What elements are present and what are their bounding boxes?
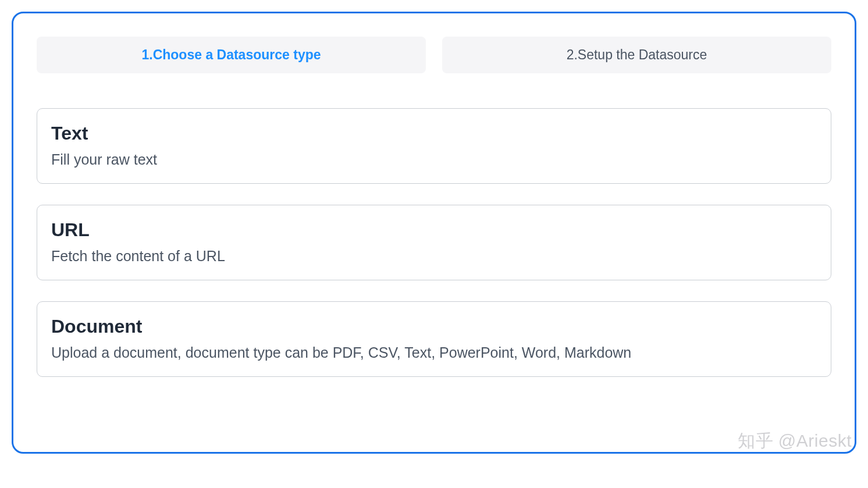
datasource-options-list: Text Fill your raw text URL Fetch the co…	[37, 108, 831, 377]
datasource-wizard-panel: 1.Choose a Datasource type 2.Setup the D…	[12, 12, 856, 454]
option-title: Document	[51, 316, 817, 337]
step-label: 2.Setup the Datasource	[567, 47, 707, 62]
step-setup-datasource[interactable]: 2.Setup the Datasource	[442, 37, 831, 73]
datasource-option-text[interactable]: Text Fill your raw text	[37, 108, 831, 184]
datasource-option-url[interactable]: URL Fetch the content of a URL	[37, 205, 831, 280]
option-title: URL	[51, 219, 817, 241]
option-title: Text	[51, 123, 817, 144]
option-description: Fetch the content of a URL	[51, 248, 817, 265]
option-description: Upload a document, document type can be …	[51, 344, 817, 361]
option-description: Fill your raw text	[51, 151, 817, 168]
step-label: 1.Choose a Datasource type	[141, 47, 321, 62]
wizard-steps: 1.Choose a Datasource type 2.Setup the D…	[37, 37, 831, 73]
datasource-option-document[interactable]: Document Upload a document, document typ…	[37, 301, 831, 377]
step-choose-datasource-type[interactable]: 1.Choose a Datasource type	[37, 37, 426, 73]
